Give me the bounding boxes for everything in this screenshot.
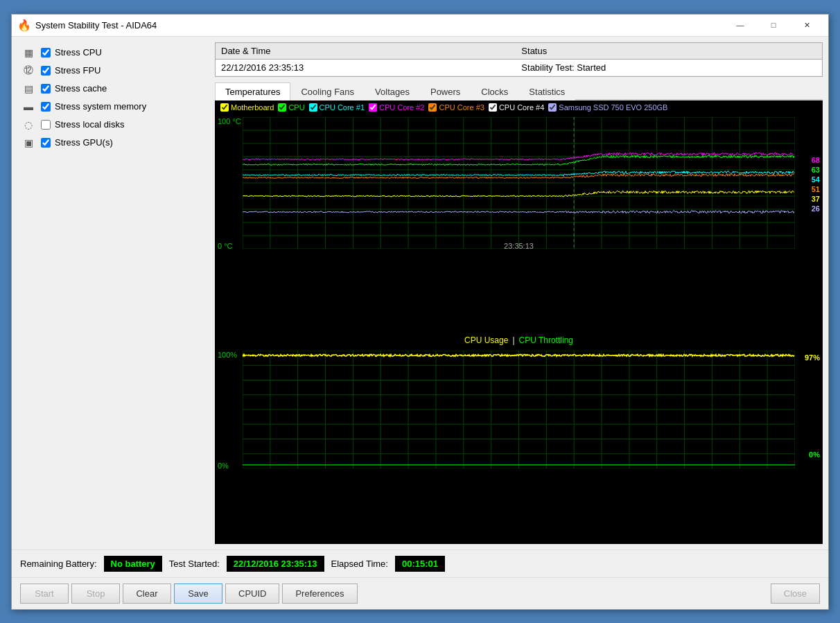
temp-legend-motherboard: Motherboard	[220, 103, 274, 112]
temp-legend-label: Samsung SSD 750 EVO 250GB	[559, 103, 667, 112]
fpu-icon: ⑫	[20, 65, 37, 76]
temp-legend-label: CPU Core #2	[379, 103, 424, 112]
stress-item-gpu: ▣Stress GPU(s)	[17, 135, 204, 150]
temp-legend-cpu-core-#2: CPU Core #2	[369, 103, 424, 112]
start-button[interactable]: Start	[20, 583, 69, 604]
cpu-icon: ▦	[20, 47, 37, 58]
right-panel: Date & Time Status 22/12/2016 23:35:13St…	[209, 37, 828, 550]
tab-cooling[interactable]: Cooling Fans	[290, 82, 365, 100]
temp-legend-label: Motherboard	[231, 103, 274, 112]
battery-value: No battery	[104, 556, 162, 572]
cpu-legend: CPU Usage | CPU Throttling	[215, 333, 823, 348]
disks-icon: ◌	[20, 119, 37, 130]
temp-legend-cb-motherboard[interactable]	[220, 103, 229, 112]
temp-x-label: 23:35:13	[504, 242, 534, 250]
cpu-value-right: 97%	[805, 353, 820, 362]
stress-item-fpu: ⑫Stress FPU	[17, 63, 204, 78]
stress-label-fpu[interactable]: Stress FPU	[55, 65, 100, 76]
cache-icon: ▤	[20, 83, 37, 94]
temp-legend-cb-cpu-core-#2[interactable]	[369, 103, 377, 112]
stress-label-gpu[interactable]: Stress GPU(s)	[55, 137, 113, 148]
temp-legend-cb-samsung-ssd-750-evo-250gb[interactable]	[548, 103, 557, 112]
temp-legend-label: CPU	[288, 103, 304, 112]
cpuid-button[interactable]: CPUID	[225, 583, 279, 604]
cpu-y-max: 100%	[218, 351, 237, 359]
stress-checkbox-cpu[interactable]	[41, 48, 51, 58]
stress-checkbox-fpu[interactable]	[41, 66, 51, 76]
stress-options-panel: ▦Stress CPU⑫Stress FPU▤Stress cache▬Stre…	[12, 37, 209, 550]
temp-legend-cb-cpu-core-#3[interactable]	[428, 103, 437, 112]
stress-label-memory[interactable]: Stress system memory	[55, 101, 146, 112]
log-cell-datetime: 22/12/2016 23:35:13	[216, 59, 516, 76]
temp-y-max: 100 °C	[218, 117, 241, 125]
stress-item-cpu: ▦Stress CPU	[17, 45, 204, 60]
stress-item-memory: ▬Stress system memory	[17, 99, 204, 114]
tabs-section: TemperaturesCooling FansVoltagesPowersCl…	[215, 82, 823, 544]
cpu-throttle-value: 0%	[809, 450, 820, 459]
temp-legend: MotherboardCPUCPU Core #1CPU Core #2CPU …	[215, 100, 823, 114]
temp-y-min: 0 °C	[218, 242, 233, 250]
window-controls: — □ ✕	[724, 14, 823, 36]
memory-icon: ▬	[20, 101, 37, 112]
stress-checkbox-cache[interactable]	[41, 84, 51, 94]
log-col-datetime: Date & Time	[216, 43, 516, 60]
save-button[interactable]: Save	[174, 583, 222, 604]
tab-statistics[interactable]: Statistics	[518, 82, 575, 100]
temp-legend-cb-cpu-core-#4[interactable]	[489, 103, 497, 112]
clear-button[interactable]: Clear	[123, 583, 171, 604]
tab-temperatures[interactable]: Temperatures	[215, 82, 290, 100]
preferences-button[interactable]: Preferences	[282, 583, 357, 604]
elapsed-value: 00:15:01	[395, 556, 445, 572]
minimize-button[interactable]: —	[724, 14, 756, 36]
stop-button[interactable]: Stop	[71, 583, 120, 604]
test-started-label: Test Started:	[169, 559, 220, 569]
stress-checkbox-gpu[interactable]	[41, 138, 51, 148]
temp-legend-label: CPU Core #4	[499, 103, 544, 112]
log-col-status: Status	[516, 43, 822, 60]
status-bar: Remaining Battery: No battery Test Start…	[12, 550, 828, 577]
temp-legend-samsung-ssd-750-evo-250gb: Samsung SSD 750 EVO 250GB	[548, 103, 667, 112]
stress-label-cpu[interactable]: Stress CPU	[55, 47, 102, 58]
gpu-icon: ▣	[20, 137, 37, 148]
main-window: 🔥 System Stability Test - AIDA64 — □ ✕ ▦…	[11, 14, 829, 610]
cpu-throttling-label: CPU Throttling	[519, 335, 573, 345]
tab-clocks[interactable]: Clocks	[471, 82, 518, 100]
temp-legend-label: CPU Core #1	[320, 103, 365, 112]
temp-legend-cb-cpu-core-#1[interactable]	[309, 103, 317, 112]
stress-checkbox-disks[interactable]	[41, 120, 51, 130]
temp-legend-cpu: CPU	[278, 103, 304, 112]
stress-checkbox-memory[interactable]	[41, 102, 51, 112]
temp-values-right: 68 63 54 51 37 26	[812, 156, 820, 213]
tab-powers[interactable]: Powers	[420, 82, 471, 100]
temp-legend-cpu-core-#1: CPU Core #1	[309, 103, 365, 112]
charts-area: MotherboardCPUCPU Core #1CPU Core #2CPU …	[215, 100, 823, 544]
close-button[interactable]: Close	[771, 583, 820, 604]
test-started-value: 22/12/2016 23:35:13	[227, 556, 324, 572]
stress-item-cache: ▤Stress cache	[17, 81, 204, 96]
stress-label-cache[interactable]: Stress cache	[55, 83, 107, 94]
window-title: System Stability Test - AIDA64	[35, 20, 724, 30]
temp-legend-cpu-core-#4: CPU Core #4	[489, 103, 544, 112]
cpu-y-min: 0%	[218, 462, 229, 470]
title-bar: 🔥 System Stability Test - AIDA64 — □ ✕	[12, 15, 828, 37]
cpu-usage-label: CPU Usage	[464, 335, 508, 345]
cpu-canvas	[243, 351, 795, 468]
elapsed-label: Elapsed Time:	[331, 559, 388, 569]
tab-voltages[interactable]: Voltages	[365, 82, 420, 100]
content-area: ▦Stress CPU⑫Stress FPU▤Stress cache▬Stre…	[12, 37, 828, 550]
cpu-chart: CPU Usage | CPU Throttling 100% 0% 97% 0…	[215, 333, 823, 544]
maximize-button[interactable]: □	[758, 14, 789, 36]
temp-legend-cb-cpu[interactable]	[278, 103, 286, 112]
log-table: Date & Time Status 22/12/2016 23:35:13St…	[215, 42, 823, 77]
temp-legend-cpu-core-#3: CPU Core #3	[428, 103, 484, 112]
log-row: 22/12/2016 23:35:13Stability Test: Start…	[216, 59, 822, 76]
log-cell-status: Stability Test: Started	[516, 59, 822, 76]
temp-canvas	[243, 117, 795, 249]
close-window-button[interactable]: ✕	[791, 14, 823, 36]
temp-legend-label: CPU Core #3	[439, 103, 484, 112]
stress-label-disks[interactable]: Stress local disks	[55, 119, 124, 130]
tab-bar: TemperaturesCooling FansVoltagesPowersCl…	[215, 82, 823, 100]
stress-item-disks: ◌Stress local disks	[17, 117, 204, 132]
battery-label: Remaining Battery:	[20, 559, 97, 569]
button-bar: Start Stop Clear Save CPUID Preferences …	[12, 577, 828, 609]
